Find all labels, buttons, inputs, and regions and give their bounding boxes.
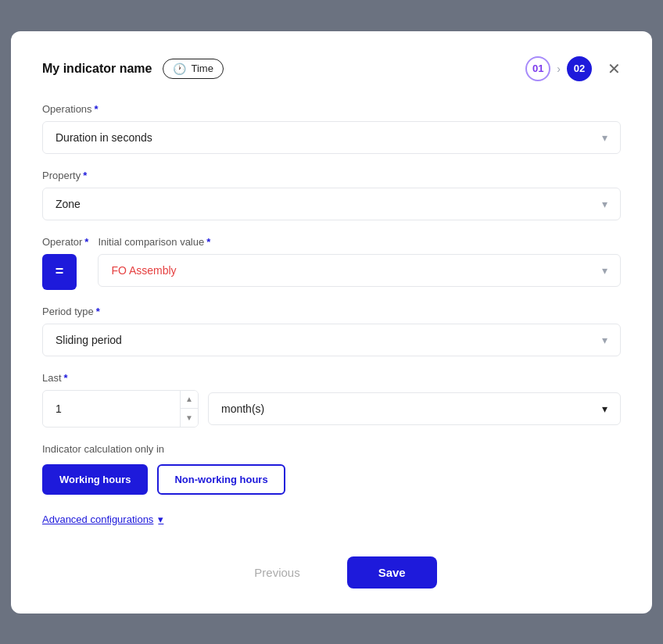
toggle-buttons: Working hours Non-working hours bbox=[42, 464, 621, 495]
operations-label: Operations * bbox=[42, 103, 621, 115]
property-section: Property * Zone ▾ bbox=[42, 170, 621, 220]
spin-down-button[interactable]: ▼ bbox=[181, 409, 198, 427]
modal-dialog: My indicator name 🕐 Time 01 › 02 ✕ Opera… bbox=[11, 31, 652, 614]
property-value: Zone bbox=[56, 198, 81, 210]
period-type-value: Sliding period bbox=[56, 334, 122, 346]
comparison-section: Initial comparison value * FO Assembly ▾ bbox=[98, 236, 621, 287]
operator-row: Operator * = Initial comparison value * … bbox=[42, 236, 621, 290]
operations-value: Duration in seconds bbox=[56, 131, 152, 144]
clock-icon: 🕐 bbox=[173, 63, 186, 75]
last-row: ▲ ▼ month(s) ▾ bbox=[42, 390, 621, 428]
operator-label: Operator * bbox=[42, 236, 88, 248]
working-hours-button[interactable]: Working hours bbox=[42, 464, 148, 495]
operator-required: * bbox=[84, 236, 88, 248]
last-input[interactable] bbox=[43, 393, 180, 424]
period-type-label: Period type * bbox=[42, 306, 621, 317]
spin-up-button[interactable]: ▲ bbox=[181, 391, 198, 410]
comparison-chevron-icon: ▾ bbox=[602, 264, 607, 277]
comparison-select[interactable]: FO Assembly ▾ bbox=[98, 254, 621, 287]
step-1-circle: 01 bbox=[525, 56, 550, 81]
last-section: Last * ▲ ▼ month(s) ▾ bbox=[42, 372, 621, 428]
property-chevron-icon: ▾ bbox=[602, 198, 607, 210]
close-button[interactable]: ✕ bbox=[607, 61, 621, 77]
period-type-section: Period type * Sliding period ▾ bbox=[42, 306, 621, 356]
chevron-down-icon: ▾ bbox=[158, 513, 163, 525]
period-type-required: * bbox=[96, 306, 100, 317]
last-required: * bbox=[64, 372, 68, 384]
comparison-required: * bbox=[206, 236, 210, 248]
indicator-name: My indicator name bbox=[42, 62, 152, 76]
duration-unit-value: month(s) bbox=[221, 402, 264, 415]
spinner-buttons: ▲ ▼ bbox=[180, 391, 198, 427]
calc-label: Indicator calculation only in bbox=[42, 443, 621, 455]
comparison-value: FO Assembly bbox=[111, 264, 176, 277]
comparison-label: Initial comparison value * bbox=[98, 236, 621, 248]
step-arrow-icon: › bbox=[557, 63, 561, 75]
last-input-wrap: ▲ ▼ bbox=[42, 390, 199, 428]
calc-section: Indicator calculation only in Working ho… bbox=[42, 443, 621, 495]
save-button[interactable]: Save bbox=[347, 556, 437, 589]
operations-required: * bbox=[95, 103, 99, 115]
equals-button[interactable]: = bbox=[42, 254, 77, 290]
step-2-circle: 02 bbox=[567, 56, 592, 81]
previous-button[interactable]: Previous bbox=[226, 556, 328, 589]
time-badge: 🕐 Time bbox=[163, 59, 223, 79]
advanced-configurations-link[interactable]: Advanced configurations ▾ bbox=[42, 513, 163, 525]
last-label: Last * bbox=[42, 372, 621, 384]
period-type-select[interactable]: Sliding period ▾ bbox=[42, 324, 621, 356]
property-select[interactable]: Zone ▾ bbox=[42, 188, 621, 220]
operations-select[interactable]: Duration in seconds ▾ bbox=[42, 121, 621, 154]
property-required: * bbox=[83, 170, 87, 181]
operations-section: Operations * Duration in seconds ▾ bbox=[42, 103, 621, 154]
time-badge-label: Time bbox=[191, 63, 213, 74]
operator-section: Operator * = bbox=[42, 236, 88, 290]
duration-unit-chevron-icon: ▾ bbox=[602, 402, 607, 415]
operations-chevron-icon: ▾ bbox=[602, 131, 607, 144]
period-type-chevron-icon: ▾ bbox=[602, 334, 607, 346]
header-left: My indicator name 🕐 Time bbox=[42, 59, 224, 79]
modal-header: My indicator name 🕐 Time 01 › 02 ✕ bbox=[42, 56, 621, 81]
duration-unit-select[interactable]: month(s) ▾ bbox=[208, 392, 621, 425]
non-working-hours-button[interactable]: Non-working hours bbox=[157, 464, 285, 495]
footer-buttons: Previous Save bbox=[42, 556, 621, 589]
property-label: Property * bbox=[42, 170, 621, 181]
header-right: 01 › 02 ✕ bbox=[525, 56, 621, 81]
